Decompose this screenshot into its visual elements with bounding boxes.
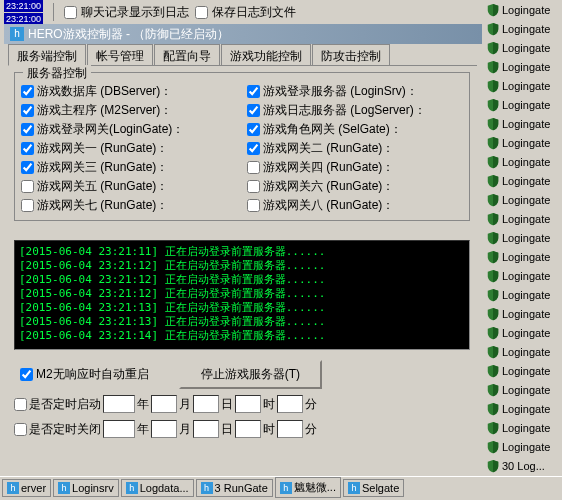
logingate-item[interactable]: Logingate [484,418,562,437]
server-checkbox-4[interactable]: 游戏登录网关(LoginGate)： [21,121,237,138]
logingate-item[interactable]: Logingate [484,247,562,266]
server-checkbox-11[interactable]: 游戏网关六 (RunGate)： [247,178,463,195]
logingate-item[interactable]: Logingate [484,38,562,57]
server-checkbox-13[interactable]: 游戏网关八 (RunGate)： [247,197,463,214]
logingate-label: Logingate [502,365,550,377]
log-line: [2015-06-04 23:21:14] 正在启动登录前置服务器...... [19,329,465,343]
year-input[interactable] [103,395,135,413]
logingate-label: Logingate [502,42,550,54]
logingate-label: Logingate [502,251,550,263]
auto-restart-checkbox[interactable]: M2无响应时自动重启 [20,366,149,383]
logingate-item[interactable]: Logingate [484,323,562,342]
logingate-item[interactable]: Logingate [484,133,562,152]
logingate-item[interactable]: Logingate [484,228,562,247]
taskbar-item[interactable]: hLogdata... [121,479,194,497]
scheduled-stop-checkbox[interactable] [14,423,27,436]
logingate-item[interactable]: Logingate [484,342,562,361]
logingate-label: Logingate [502,23,550,35]
logingate-label: Logingate [502,118,550,130]
logingate-item[interactable]: Logingate [484,266,562,285]
server-checkbox-3[interactable]: 游戏日志服务器 (LogServer)： [247,102,463,119]
timestamp: 23:21:00 [4,13,43,25]
taskbar-item[interactable]: h3 RunGate [196,479,273,497]
logingate-item[interactable]: Logingate [484,190,562,209]
logingate-label: Logingate [502,308,550,320]
timestamp: 23:21:00 [4,0,43,12]
year-input[interactable] [103,420,135,438]
logingate-item[interactable]: Logingate [484,19,562,38]
taskbar-item[interactable]: hSelgate [343,479,404,497]
logingate-item[interactable]: Logingate [484,437,562,456]
tab-1[interactable]: 帐号管理 [87,44,153,65]
scheduled-start-row: 是否定时启动 年 月 日 时 分 [14,395,470,413]
logingate-item[interactable]: Logingate [484,209,562,228]
hour-input[interactable] [235,395,261,413]
save-log-checkbox[interactable]: 保存日志到文件 [195,4,296,21]
logingate-label: Logingate [502,441,550,453]
hour-input[interactable] [235,420,261,438]
taskbar-item[interactable]: hLoginsrv [53,479,119,497]
logingate-item[interactable]: Logingate [484,399,562,418]
logingate-item[interactable]: Logingate [484,304,562,323]
server-checkbox-2[interactable]: 游戏主程序 (M2Server)： [21,102,237,119]
server-checkbox-5[interactable]: 游戏角色网关 (SelGate)： [247,121,463,138]
logingate-item[interactable]: Logingate [484,95,562,114]
logingate-item[interactable]: Logingate [484,76,562,95]
logingate-label: Logingate [502,422,550,434]
server-checkbox-1[interactable]: 游戏登录服务器 (LoginSrv)： [247,83,463,100]
tab-strip: 服务端控制帐号管理配置向导游戏功能控制防攻击控制 [8,44,477,66]
min-input[interactable] [277,395,303,413]
log-line: [2015-06-04 23:21:12] 正在启动登录前置服务器...... [19,287,465,301]
logingate-label: 30 Log... [502,460,545,472]
chat-log-checkbox[interactable]: 聊天记录显示到日志 [64,4,189,21]
taskbar-item[interactable]: herver [2,479,51,497]
logingate-item[interactable]: Logingate [484,171,562,190]
day-input[interactable] [193,395,219,413]
server-checkbox-9[interactable]: 游戏网关四 (RunGate)： [247,159,463,176]
tab-3[interactable]: 游戏功能控制 [221,44,311,65]
logingate-item[interactable]: Logingate [484,114,562,133]
logingate-label: Logingate [502,194,550,206]
server-checkbox-8[interactable]: 游戏网关三 (RunGate)： [21,159,237,176]
tab-2[interactable]: 配置向导 [154,44,220,65]
logingate-label: Logingate [502,175,550,187]
logingate-label: Logingate [502,61,550,73]
top-bar: 23:21:00 23:21:00 聊天记录显示到日志 保存日志到文件 [0,0,482,24]
day-input[interactable] [193,420,219,438]
logingate-list: LogingateLogingateLogingateLogingateLogi… [484,0,562,475]
stop-server-button[interactable]: 停止游戏服务器(T) [179,360,322,389]
month-input[interactable] [151,420,177,438]
server-checkbox-7[interactable]: 游戏网关二 (RunGate)： [247,140,463,157]
logingate-label: Logingate [502,384,550,396]
group-title: 服务器控制 [23,65,91,82]
month-input[interactable] [151,395,177,413]
scheduled-start-checkbox[interactable] [14,398,27,411]
task-icon: h [348,482,360,494]
logingate-item[interactable]: Logingate [484,361,562,380]
logingate-item[interactable]: 30 Log... [484,456,562,475]
app-icon: h [10,27,24,41]
server-control-group: 服务器控制 游戏数据库 (DBServer)：游戏登录服务器 (LoginSrv… [14,72,470,221]
server-checkbox-10[interactable]: 游戏网关五 (RunGate)： [21,178,237,195]
logingate-item[interactable]: Logingate [484,57,562,76]
logingate-label: Logingate [502,346,550,358]
logingate-item[interactable]: Logingate [484,152,562,171]
logingate-item[interactable]: Logingate [484,380,562,399]
logingate-label: Logingate [502,232,550,244]
logingate-item[interactable]: Logingate [484,285,562,304]
tab-0[interactable]: 服务端控制 [8,44,86,66]
min-input[interactable] [277,420,303,438]
tab-4[interactable]: 防攻击控制 [312,44,390,65]
server-checkbox-6[interactable]: 游戏网关一 (RunGate)： [21,140,237,157]
window-title: HERO游戏控制器 - （防御已经启动） [28,26,229,43]
server-checkbox-12[interactable]: 游戏网关七 (RunGate)： [21,197,237,214]
logingate-item[interactable]: Logingate [484,0,562,19]
taskbar-item[interactable]: h魑魅微... [275,477,341,498]
window-title-bar: h HERO游戏控制器 - （防御已经启动） [4,24,482,44]
task-icon: h [58,482,70,494]
log-line: [2015-06-04 23:21:11] 正在启动登录前置服务器...... [19,245,465,259]
server-checkbox-0[interactable]: 游戏数据库 (DBServer)： [21,83,237,100]
log-line: [2015-06-04 23:21:12] 正在启动登录前置服务器...... [19,273,465,287]
log-line: [2015-06-04 23:21:13] 正在启动登录前置服务器...... [19,301,465,315]
logingate-label: Logingate [502,289,550,301]
